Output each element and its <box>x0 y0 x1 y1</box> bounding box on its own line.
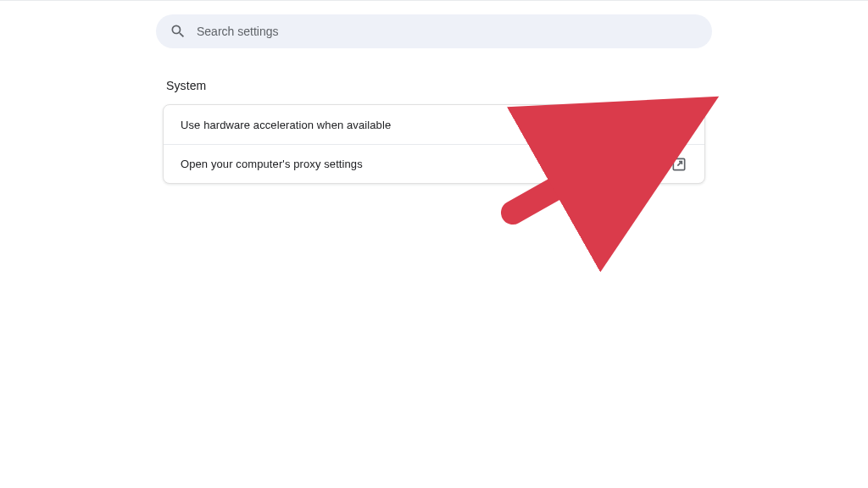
open-external-icon <box>670 156 687 173</box>
row-hardware-acceleration[interactable]: Use hardware acceleration when available <box>164 105 704 144</box>
row-label: Open your computer's proxy settings <box>181 158 363 170</box>
section-title-system: System <box>166 79 705 92</box>
settings-page: System Use hardware acceleration when av… <box>0 1 868 184</box>
row-label: Use hardware acceleration when available <box>181 119 391 131</box>
search-input[interactable] <box>197 25 698 38</box>
toggle-hardware-acceleration[interactable] <box>662 119 687 130</box>
search-bar[interactable] <box>156 14 712 48</box>
search-icon <box>170 23 186 40</box>
toggle-knob <box>676 119 687 130</box>
settings-content: System Use hardware acceleration when av… <box>163 79 705 184</box>
row-proxy-settings[interactable]: Open your computer's proxy settings <box>164 144 704 183</box>
system-card: Use hardware acceleration when available… <box>163 104 705 184</box>
